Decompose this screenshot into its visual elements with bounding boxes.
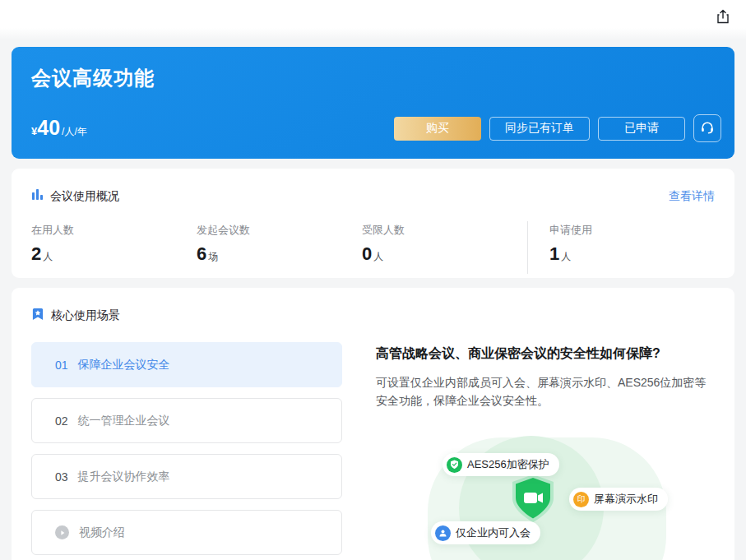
badge-watermark: 印 屏幕演示水印 [569, 488, 668, 511]
badge-label: 仅企业内可入会 [456, 525, 531, 540]
badge-aes256: AES256加密保护 [443, 453, 559, 476]
usage-stats: 在用人数 2人 发起会议数 6场 受限人数 0人 申请使用 1人 [31, 223, 715, 274]
scenario-number: 02 [55, 414, 68, 428]
detail-description: 可设置仅企业内部成员可入会、屏幕演示水印、AES256位加密等安全功能，保障企业… [376, 373, 715, 410]
scenario-number: 01 [55, 359, 68, 372]
scenario-label: 保障企业会议安全 [78, 358, 170, 373]
security-illustration: AES256加密保护 印 屏幕演示水印 仅企业内可入会 [415, 437, 678, 560]
price-currency: ¥ [31, 125, 37, 137]
badge-label: 屏幕演示水印 [594, 492, 658, 507]
detail-heading: 高管战略会议、商业保密会议的安全性如何保障? [376, 345, 715, 363]
stat-value: 1 [549, 243, 559, 264]
stat-value: 6 [197, 243, 206, 264]
support-button[interactable] [693, 114, 721, 142]
scenarios-title: 核心使用场景 [51, 308, 120, 323]
sync-orders-button[interactable]: 同步已有订单 [489, 117, 590, 141]
stamp-glyph: 印 [577, 495, 586, 503]
usage-overview-card: 会议使用概况 查看详情 在用人数 2人 发起会议数 6场 受限人数 0人 申请使… [12, 169, 734, 278]
shield-camera-icon [507, 473, 558, 529]
stat-active-users: 在用人数 2人 [31, 223, 197, 265]
stat-unit: 人 [561, 251, 571, 262]
banner-actions: 购买 同步已有订单 已申请 [394, 114, 721, 142]
stat-meetings-started: 发起会议数 6场 [197, 223, 362, 265]
scenario-label: 提升会议协作效率 [78, 470, 170, 484]
stat-unit: 人 [43, 251, 53, 262]
scenario-item-efficiency[interactable]: 03 提升会议协作效率 [31, 454, 342, 499]
stat-restricted-users: 受限人数 0人 [362, 223, 527, 265]
scenario-item-management[interactable]: 02 统一管理企业会议 [31, 398, 342, 443]
view-details-link[interactable]: 查看详情 [669, 189, 715, 204]
buy-button[interactable]: 购买 [394, 117, 481, 141]
play-icon [55, 525, 69, 539]
badge-internal-only: 仅企业内可入会 [431, 521, 540, 544]
applied-button[interactable]: 已申请 [598, 117, 685, 141]
person-icon [435, 525, 451, 541]
stat-applied-users: 申请使用 1人 [549, 223, 715, 265]
core-scenarios-card: 核心使用场景 01 保障企业会议安全 02 统一管理企业会议 03 提升会议协作… [12, 288, 734, 560]
usage-title: 会议使用概况 [50, 189, 119, 204]
badge-label: AES256加密保护 [467, 457, 549, 472]
scenario-list: 01 保障企业会议安全 02 统一管理企业会议 03 提升会议协作效率 视频介绍 [31, 342, 342, 560]
headset-icon [700, 120, 715, 137]
scenario-item-security[interactable]: 01 保障企业会议安全 [31, 342, 342, 387]
price: ¥ 40 /人/年 [31, 118, 87, 139]
video-intro-item[interactable]: 视频介绍 [31, 510, 342, 555]
product-banner: 会议高级功能 ¥ 40 /人/年 购买 同步已有订单 已申请 [12, 47, 734, 159]
stamp-icon: 印 [573, 492, 589, 507]
price-unit: /人/年 [62, 125, 87, 139]
stat-unit: 场 [208, 251, 218, 262]
scenario-number: 03 [55, 470, 68, 484]
stat-value: 0 [362, 243, 372, 264]
video-intro-label: 视频介绍 [79, 525, 125, 540]
top-bar [0, 0, 746, 39]
stat-unit: 人 [373, 251, 383, 262]
share-icon [715, 8, 731, 28]
page-title: 会议高级功能 [31, 65, 721, 91]
price-value: 40 [37, 118, 60, 138]
stats-divider [527, 221, 528, 274]
shield-check-icon [447, 457, 462, 473]
bookmark-star-icon [31, 308, 44, 324]
bar-chart-icon [31, 188, 44, 204]
share-button[interactable] [714, 9, 732, 27]
stat-value: 2 [31, 243, 41, 264]
scenario-label: 统一管理企业会议 [78, 414, 170, 428]
